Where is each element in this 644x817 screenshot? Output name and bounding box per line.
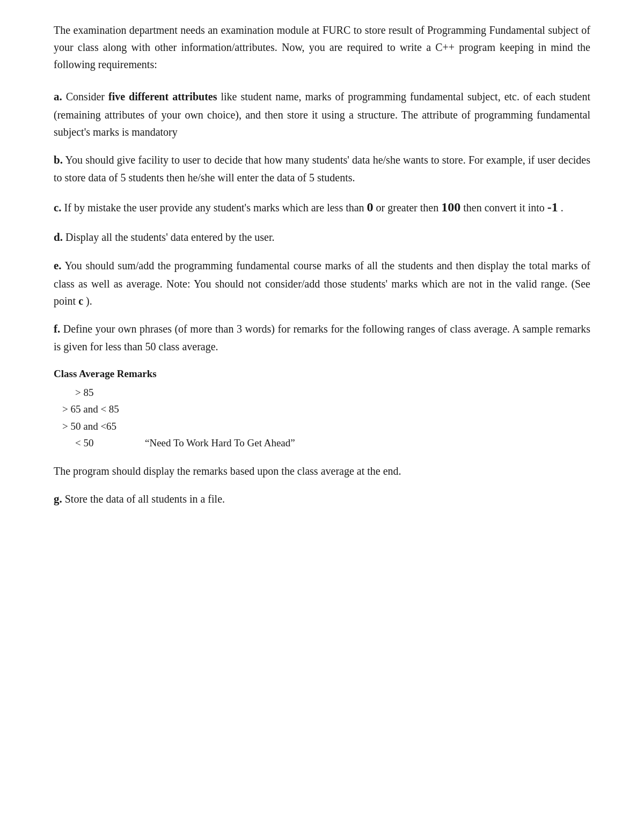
section-c-zero: 0 bbox=[367, 200, 374, 214]
section-d-label: d. bbox=[54, 231, 63, 244]
range-gt85: > 85 bbox=[54, 385, 140, 400]
intro-paragraph: The examination department needs an exam… bbox=[54, 21, 590, 73]
section-e-bold-c: c bbox=[78, 295, 83, 307]
section-a: a. Consider five different attributes li… bbox=[54, 88, 590, 141]
section-c-hundred: 100 bbox=[441, 200, 460, 214]
page-container: The examination department needs an exam… bbox=[0, 0, 644, 551]
section-f: f. Define your own phrases (of more than… bbox=[54, 320, 590, 356]
section-c-text-after: then convert it into bbox=[463, 202, 545, 214]
closing-paragraph: The program should display the remarks b… bbox=[54, 462, 590, 480]
table-row: > 85 bbox=[54, 384, 590, 401]
section-b-label: b. bbox=[54, 153, 63, 166]
remarks-65-85 bbox=[140, 401, 145, 417]
section-b: b. You should give facility to user to d… bbox=[54, 151, 590, 187]
section-b-text: You should give facility to user to deci… bbox=[54, 154, 590, 184]
section-e-label: e. bbox=[54, 259, 62, 272]
section-e-text-end: ). bbox=[86, 295, 92, 307]
section-d-text: Display all the students' data entered b… bbox=[65, 231, 275, 243]
section-c-text-before: If by mistake the user provide any stude… bbox=[64, 202, 364, 214]
section-d: d. Display all the students' data entere… bbox=[54, 229, 590, 247]
section-g-label: g. bbox=[54, 492, 62, 505]
remarks-gt85 bbox=[140, 385, 145, 400]
section-g: g. Store the data of all students in a f… bbox=[54, 490, 590, 509]
section-e-text: You should sum/add the programming funda… bbox=[54, 260, 590, 307]
section-a-text-before-word: Consider bbox=[66, 91, 105, 102]
section-c-label: c. bbox=[54, 201, 62, 214]
section-e: e. You should sum/add the programming fu… bbox=[54, 257, 590, 310]
table-row: > 65 and < 85 bbox=[54, 401, 590, 417]
section-c-neg-one: -1 bbox=[547, 200, 558, 214]
section-a-bold-part: five different attributes bbox=[108, 91, 217, 102]
section-c-text-mid: or greater then bbox=[376, 202, 439, 214]
table-row: < 50 “Need To Work Hard To Get Ahead” bbox=[54, 435, 590, 451]
range-50-65: > 50 and <65 bbox=[54, 418, 140, 434]
table-row: > 50 and <65 bbox=[54, 418, 590, 435]
range-lt50: < 50 bbox=[54, 435, 140, 451]
range-65-85: > 65 and < 85 bbox=[54, 401, 140, 417]
remarks-lt50: “Need To Work Hard To Get Ahead” bbox=[140, 435, 295, 451]
section-a-label: a. bbox=[54, 90, 62, 103]
section-g-text: Store the data of all students in a file… bbox=[65, 493, 225, 505]
section-c: c. If by mistake the user provide any st… bbox=[54, 197, 590, 217]
section-c-period: . bbox=[561, 202, 564, 214]
section-f-text: Define your own phrases (of more than 3 … bbox=[54, 323, 590, 353]
remarks-50-65 bbox=[140, 418, 145, 434]
table-header: Class Average Remarks bbox=[54, 366, 590, 381]
section-f-label: f. bbox=[54, 322, 60, 335]
remarks-table: Class Average Remarks > 85 > 65 and < 85… bbox=[54, 366, 590, 451]
